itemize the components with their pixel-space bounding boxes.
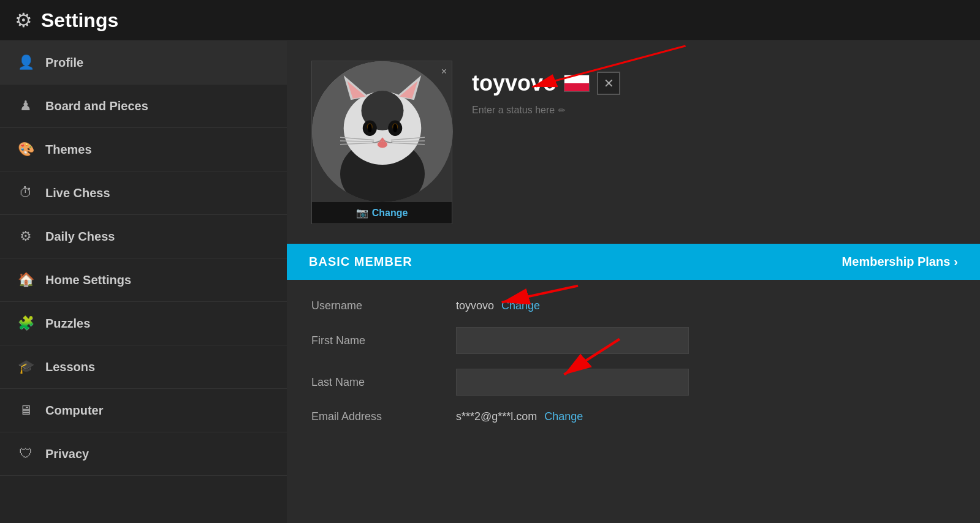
sidebar-item-board-pieces[interactable]: ♟ Board and Pieces [0,85,287,128]
sidebar-item-daily-chess[interactable]: ⚙ Daily Chess [0,215,287,258]
username-display: toyvovo [472,70,556,96]
status-field[interactable]: Enter a status here ✏ [472,105,955,116]
sidebar-label-themes: Themes [45,143,92,157]
sidebar-item-privacy[interactable]: 🛡 Privacy [0,432,287,476]
sidebar-item-home-settings[interactable]: 🏠 Home Settings [0,258,287,302]
header: ⚙ Settings [0,0,980,41]
form-section: Username toyvovo Change First Name Last … [287,280,980,457]
email-label: Email Address [311,410,446,423]
cat-avatar-image [312,61,453,202]
daily-chess-icon: ⚙ [17,228,34,244]
avatar-card: × [311,61,452,224]
sidebar-label-privacy: Privacy [45,447,89,461]
flag-remove-button[interactable]: ✕ [597,72,620,95]
avatar-change-button[interactable]: 📷 Change [317,207,447,219]
chevron-right-icon: › [954,255,958,269]
member-type-label: BASIC MEMBER [309,255,412,269]
sidebar-item-profile[interactable]: 👤 Profile [0,41,287,85]
sidebar-label-puzzles: Puzzles [45,317,90,331]
sidebar-label-board: Board and Pieces [45,99,148,113]
country-flag [564,75,590,92]
board-icon: ♟ [17,98,34,114]
last-name-input[interactable] [456,369,689,396]
profile-section: × [287,41,980,244]
username-change-button[interactable]: Change [501,299,540,312]
sidebar-item-themes[interactable]: 🎨 Themes [0,128,287,171]
sidebar: 👤 Profile ♟ Board and Pieces 🎨 Themes ⏱ … [0,41,287,523]
email-value: s***2@g***l.com [456,410,537,423]
svg-point-13 [393,124,397,132]
sidebar-label-live-chess: Live Chess [45,186,110,200]
member-banner: BASIC MEMBER Membership Plans › [287,244,980,280]
svg-point-12 [368,124,372,132]
email-change-button[interactable]: Change [544,410,583,423]
username-value: toyvovo [456,299,494,312]
sidebar-label-profile: Profile [45,56,83,70]
sidebar-label-daily-chess: Daily Chess [45,230,115,244]
sidebar-item-live-chess[interactable]: ⏱ Live Chess [0,171,287,215]
main-layout: 👤 Profile ♟ Board and Pieces 🎨 Themes ⏱ … [0,41,980,523]
first-name-form-row: First Name [311,327,955,354]
change-label: Change [372,208,408,219]
email-form-row: Email Address s***2@g***l.com Change [311,410,955,423]
first-name-input[interactable] [456,327,689,354]
camera-icon: 📷 [356,207,368,219]
status-placeholder: Enter a status here [472,105,555,116]
sidebar-item-lessons[interactable]: 🎓 Lessons [0,345,287,389]
puzzles-icon: 🧩 [17,315,34,331]
last-name-label: Last Name [311,376,446,389]
settings-icon: ⚙ [15,9,32,32]
profile-icon: 👤 [17,55,34,70]
sidebar-label-home: Home Settings [45,273,131,287]
svg-point-21 [378,141,387,148]
live-chess-icon: ⏱ [17,185,34,201]
sidebar-item-computer[interactable]: 🖥 Computer [0,389,287,432]
computer-icon: 🖥 [17,402,34,418]
username-value-row: toyvovo Change [456,299,540,312]
membership-plans-button[interactable]: Membership Plans › [842,255,958,269]
username-label: Username [311,299,446,312]
sidebar-label-computer: Computer [45,404,103,418]
content-area: × [287,41,980,523]
avatar-close-button[interactable]: × [441,66,447,77]
profile-info: toyvovo ✕ Enter a status here ✏ [472,61,955,116]
username-row: toyvovo ✕ [472,70,955,96]
sidebar-label-lessons: Lessons [45,360,95,374]
page-title: Settings [41,9,118,32]
lessons-icon: 🎓 [17,359,34,375]
avatar-change-bar[interactable]: 📷 Change [312,202,452,224]
home-icon: 🏠 [17,272,34,288]
email-value-row: s***2@g***l.com Change [456,410,583,423]
username-form-row: Username toyvovo Change [311,299,955,312]
flag-bottom-half [564,83,589,91]
themes-icon: 🎨 [17,141,34,157]
flag-top-half [564,75,589,83]
sidebar-item-puzzles[interactable]: 🧩 Puzzles [0,302,287,345]
privacy-icon: 🛡 [17,446,34,462]
first-name-label: First Name [311,334,446,347]
last-name-form-row: Last Name [311,369,955,396]
edit-status-icon: ✏ [558,105,566,115]
